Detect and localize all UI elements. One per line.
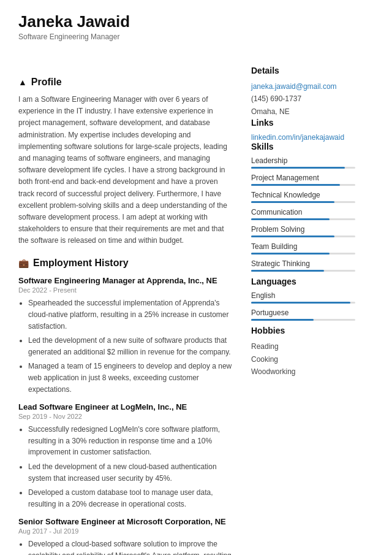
details-section: Details janeka.jawaid@gmail.com (145) 69… (251, 66, 355, 118)
skill-item: Technical Knowledge (251, 191, 355, 203)
hobbies-list: ReadingCookingWoodworking (251, 340, 355, 378)
skill-name: Problem Solving (251, 225, 355, 234)
job-bullets: Developed a cloud-based software solutio… (18, 538, 233, 555)
skill-name: Leadership (251, 156, 355, 165)
email-link[interactable]: janeka.jawaid@gmail.com (251, 82, 337, 91)
bullet-item: Successfully redesigned LogMeIn's core s… (28, 424, 233, 458)
skill-name: Technical Knowledge (251, 191, 355, 199)
candidate-title: Software Engineering Manager (18, 33, 374, 41)
skill-bar-fill (251, 253, 330, 255)
jobs-list: Software Engineering Manager at Apprenda… (18, 276, 233, 555)
bullet-item: Led the development of a new cloud-based… (28, 461, 233, 484)
job-entry: Senior Software Engineer at Microsoft Co… (18, 517, 233, 555)
profile-text: I am a Software Engineering Manager with… (18, 94, 233, 247)
location: Omaha, NE (251, 107, 290, 116)
hobby-item: Woodworking (251, 366, 355, 378)
skills-heading: Skills (251, 142, 355, 151)
header: Janeka Jawaid Software Engineering Manag… (0, 0, 392, 47)
links-section: Links linkedin.com/in/janekajawaid (251, 118, 355, 142)
language-bar-bg (251, 319, 355, 321)
skill-item: Project Management (251, 174, 355, 186)
skill-bar-fill (251, 184, 340, 186)
details-content: janeka.jawaid@gmail.com (145) 690-1737 O… (251, 80, 355, 118)
right-column: Details janeka.jawaid@gmail.com (145) 69… (245, 66, 368, 555)
linkedin-link[interactable]: linkedin.com/in/janekajawaid (251, 133, 344, 142)
skill-name: Project Management (251, 174, 355, 182)
left-column: ▲ Profile I am a Software Engineering Ma… (0, 66, 245, 555)
job-title: Senior Software Engineer at Microsoft Co… (18, 517, 233, 526)
skill-name: Communication (251, 208, 355, 216)
skill-bar-fill (251, 201, 334, 203)
skill-bar-fill (251, 218, 330, 220)
hobby-item: Cooking (251, 353, 355, 366)
skill-bar-bg (251, 201, 355, 203)
candidate-name: Janeka Jawaid (18, 12, 374, 31)
skill-bar-bg (251, 235, 355, 237)
employment-section: 💼 Employment History Software Engineerin… (18, 258, 233, 555)
job-bullets: Spearheaded the successful implementatio… (18, 297, 233, 395)
job-title: Software Engineering Manager at Apprenda… (18, 276, 233, 285)
skill-item: Strategic Thinking (251, 259, 355, 272)
skill-bar-fill (251, 167, 345, 169)
language-item: Portuguese (251, 308, 355, 321)
skill-item: Communication (251, 208, 355, 220)
language-item: English (251, 291, 355, 304)
skill-bar-bg (251, 218, 355, 220)
skills-section: Skills LeadershipProject ManagementTechn… (251, 142, 355, 272)
links-heading: Links (251, 118, 355, 128)
skill-bar-bg (251, 167, 355, 169)
languages-section: Languages EnglishPortuguese (251, 277, 355, 321)
job-dates: Dec 2022 - Present (18, 286, 233, 294)
profile-icon: ▲ (18, 77, 27, 87)
bullet-item: Developed a custom database tool to mana… (28, 487, 233, 510)
language-name: Portuguese (251, 308, 355, 317)
skill-name: Team Building (251, 242, 355, 251)
job-title: Lead Software Engineer at LogMeIn, Inc.,… (18, 402, 233, 411)
page-body: ▲ Profile I am a Software Engineering Ma… (0, 47, 392, 555)
hobbies-section: Hobbies ReadingCookingWoodworking (251, 326, 355, 378)
bullet-item: Managed a team of 15 engineers to develo… (28, 361, 233, 395)
details-heading: Details (251, 66, 355, 75)
skill-item: Leadership (251, 156, 355, 169)
phone: (145) 690-1737 (251, 94, 301, 103)
profile-heading: ▲ Profile (18, 77, 233, 88)
job-entry: Software Engineering Manager at Apprenda… (18, 276, 233, 395)
job-dates: Aug 2017 - Jul 2019 (18, 527, 233, 535)
skill-bar-bg (251, 253, 355, 255)
profile-section: ▲ Profile I am a Software Engineering Ma… (18, 77, 233, 247)
skill-bar-fill (251, 270, 324, 272)
employment-label: Employment History (33, 258, 129, 269)
job-bullets: Successfully redesigned LogMeIn's core s… (18, 424, 233, 510)
hobby-item: Reading (251, 340, 355, 353)
language-bar-fill (251, 302, 350, 304)
hobbies-heading: Hobbies (251, 326, 355, 335)
language-bar-bg (251, 302, 355, 304)
languages-list: EnglishPortuguese (251, 291, 355, 321)
job-entry: Lead Software Engineer at LogMeIn, Inc.,… (18, 402, 233, 510)
employment-heading: 💼 Employment History (18, 258, 233, 269)
skill-item: Team Building (251, 242, 355, 255)
skill-item: Problem Solving (251, 225, 355, 237)
job-dates: Sep 2019 - Nov 2022 (18, 413, 233, 420)
languages-heading: Languages (251, 277, 355, 286)
language-bar-fill (251, 319, 314, 321)
skill-bar-bg (251, 270, 355, 272)
employment-icon: 💼 (18, 258, 29, 268)
language-name: English (251, 291, 355, 300)
skill-bar-fill (251, 235, 334, 237)
profile-label: Profile (31, 77, 62, 88)
skill-bar-bg (251, 184, 355, 186)
bullet-item: Developed a cloud-based software solutio… (28, 538, 233, 555)
bullet-item: Spearheaded the successful implementatio… (28, 297, 233, 332)
bullet-item: Led the development of a new suite of so… (28, 335, 233, 358)
skill-name: Strategic Thinking (251, 259, 355, 268)
skills-list: LeadershipProject ManagementTechnical Kn… (251, 156, 355, 272)
